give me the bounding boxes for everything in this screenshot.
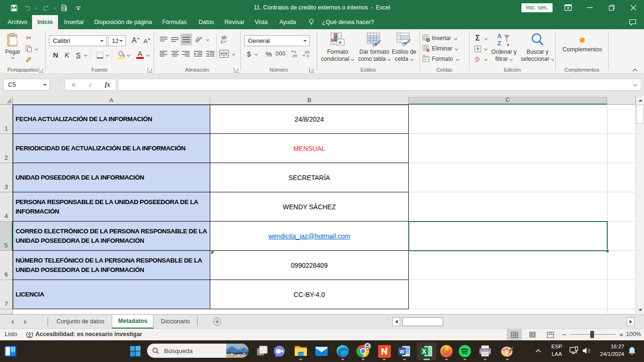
mail-icon[interactable] (315, 345, 328, 358)
undo-dropdown-icon[interactable] (34, 4, 38, 12)
enter-icon[interactable]: ✓ (88, 81, 93, 89)
autosum-icon[interactable]: Σ (473, 34, 482, 42)
cell-a6[interactable]: NÚMERO TELEFÓNICO DE LA PERSONA RESPONSA… (13, 251, 210, 280)
italic-button[interactable]: K (63, 50, 71, 59)
zoom-slider-handle[interactable] (590, 331, 594, 338)
row-header-3[interactable]: 3 (0, 163, 13, 192)
sheet-tab-metadatos[interactable]: Metadatos (112, 315, 154, 329)
chat-icon[interactable] (272, 345, 286, 358)
vertical-scrollbar[interactable] (636, 97, 644, 314)
dropdown-chevron-icon[interactable] (255, 52, 258, 56)
format-cells-button[interactable]: Formato (422, 54, 459, 64)
row-header-4[interactable]: 4 (0, 192, 13, 222)
bold-button[interactable]: N (51, 50, 60, 59)
cell-b2[interactable]: MENSUAL (210, 134, 409, 163)
formula-input[interactable] (118, 79, 641, 90)
sheet-nav-right-icon[interactable] (24, 320, 27, 324)
insert-function-icon[interactable]: fx (105, 81, 110, 89)
dropdown-chevron-icon[interactable] (484, 58, 487, 61)
align-left-icon[interactable] (158, 49, 169, 58)
tab-insertar[interactable]: Insertar (59, 15, 89, 29)
horizontal-scroll-thumb[interactable] (402, 317, 443, 326)
format-painter-icon[interactable] (24, 55, 33, 64)
copy-icon[interactable] (24, 44, 33, 53)
edge-icon[interactable] (336, 345, 349, 358)
tab-formulas[interactable]: Fórmulas (157, 15, 191, 29)
percent-format-icon[interactable]: % (264, 49, 273, 58)
align-top-icon[interactable] (158, 35, 169, 44)
name-box[interactable]: C5 (3, 79, 50, 90)
save-icon[interactable] (10, 4, 18, 12)
increase-indent-icon[interactable] (205, 49, 216, 58)
zoom-out-icon[interactable]: − (561, 330, 568, 338)
excel-icon[interactable] (420, 345, 433, 358)
decrease-indent-icon[interactable] (192, 49, 204, 58)
zoom-in-icon[interactable]: + (618, 330, 625, 338)
sheet-tab-diccionario[interactable]: Diccionario (154, 315, 197, 329)
dropdown-chevron-icon[interactable] (35, 47, 38, 50)
scroll-right-icon[interactable] (627, 317, 635, 326)
namebox-resize-handle[interactable]: ⋮ (56, 80, 58, 90)
font-size-combo[interactable]: 12 (108, 35, 126, 46)
row-header-6[interactable]: 6 (0, 251, 13, 280)
delete-cells-button[interactable]: Eliminar (422, 44, 458, 53)
cell-a2[interactable]: PERIODICIDAD DE ACTUALIZACIÓN DE LA INFO… (13, 134, 210, 163)
sheet-nav-left-icon[interactable] (11, 320, 14, 324)
cut-icon[interactable]: ✂ (24, 33, 33, 42)
vertical-scroll-thumb[interactable] (636, 105, 644, 123)
borders-icon[interactable] (95, 50, 104, 59)
redo-icon[interactable] (42, 4, 50, 12)
sort-filter-button[interactable]: AZ Ordenar yfiltrar (487, 31, 520, 70)
alignment-dialog-launcher[interactable] (234, 67, 239, 73)
decrease-decimal-icon[interactable]: ,00,0 (300, 49, 311, 59)
font-color-icon[interactable]: A (135, 49, 145, 60)
chrome-icon[interactable] (356, 345, 370, 358)
insert-cells-button[interactable]: Insertar (422, 33, 457, 43)
row-header-8[interactable] (0, 309, 13, 314)
ribbon-display-options-button[interactable] (557, 0, 579, 15)
row-header-7[interactable]: 7 (0, 280, 13, 309)
align-bottom-icon-selected[interactable] (181, 33, 192, 45)
cell-a1[interactable]: FECHA ACTUALIZACIÓN DE LA INFORMACIÓN (13, 105, 210, 134)
cell-a5[interactable]: CORREO ELECTRÓNICO DE LA PERSONA RESPONS… (13, 222, 210, 251)
spotify-icon[interactable] (458, 345, 471, 358)
tab-ayuda[interactable]: Ayuda (274, 15, 301, 29)
fill-color-icon[interactable] (116, 49, 126, 60)
dropdown-chevron-icon[interactable] (146, 53, 149, 57)
start-icon[interactable] (129, 345, 142, 358)
cell-a3[interactable]: UNIDAD POSEEDORA DE LA INFORMACIÓN (13, 163, 210, 192)
widgets-icon[interactable] (4, 345, 17, 358)
dropdown-chevron-icon[interactable] (127, 53, 130, 57)
sign-in-button[interactable]: Inic. ses. (521, 3, 553, 12)
align-right-icon[interactable] (181, 49, 191, 58)
number-dialog-launcher[interactable] (309, 67, 314, 73)
scrollbar-resize-dots[interactable]: ⋮ (386, 318, 388, 321)
row-header-2[interactable]: 2 (0, 134, 13, 163)
tab-revisar[interactable]: Revisar (221, 15, 248, 29)
font-dialog-launcher[interactable] (148, 67, 153, 73)
tab-datos[interactable]: Datos (193, 15, 219, 29)
page-break-view-icon[interactable] (543, 329, 558, 340)
paint-icon[interactable] (501, 345, 514, 358)
search-highlight-image[interactable] (226, 344, 248, 358)
column-header-c[interactable]: C (409, 97, 607, 105)
wrap-text-icon[interactable]: abc↵ (218, 33, 230, 46)
increase-decimal-icon[interactable]: 0,00 (289, 49, 299, 59)
tab-disposicion[interactable]: Disposición de página (91, 15, 156, 29)
collapse-ribbon-icon[interactable] (632, 67, 639, 74)
task-view-icon[interactable] (256, 345, 269, 358)
font-name-combo[interactable]: Calibri (49, 35, 107, 46)
orientation-icon[interactable]: ab (194, 34, 205, 44)
undo-icon[interactable] (24, 4, 31, 12)
number-format-combo[interactable]: General (244, 35, 310, 46)
speaker-icon[interactable] (581, 346, 592, 356)
print-preview-icon[interactable] (60, 4, 68, 12)
comments-icon[interactable] (629, 19, 636, 26)
find-select-button[interactable]: Buscar yseleccionar (520, 31, 554, 70)
row-header-5[interactable]: 5 (0, 222, 13, 251)
expand-formula-bar-icon[interactable] (633, 82, 638, 87)
restore-button[interactable] (601, 0, 622, 15)
addins-button[interactable]: Complementos (559, 31, 605, 70)
word-icon[interactable]: W (398, 345, 411, 358)
thousands-format-icon[interactable]: 000 (275, 49, 286, 58)
